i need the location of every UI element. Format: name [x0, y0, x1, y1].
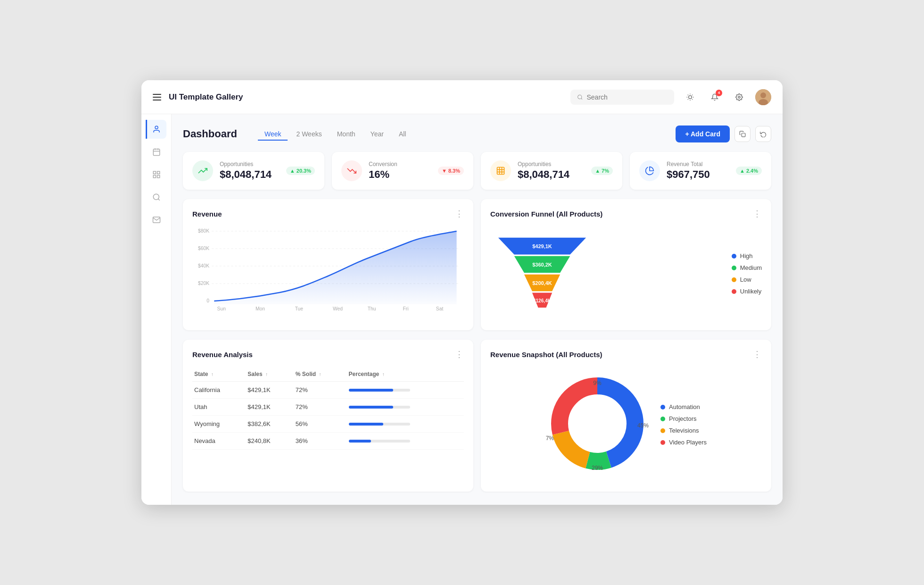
col-percentage[interactable]: Percentage ↑	[347, 367, 464, 382]
kpi-badge-opp2: ▲ 7%	[591, 167, 613, 175]
analysis-table: State ↑ Sales ↑ % Solid ↑ Percentage ↑ C…	[192, 367, 464, 450]
svg-text:$60K: $60K	[198, 246, 209, 251]
col-state[interactable]: State ↑	[192, 367, 246, 382]
svg-line-8	[688, 99, 688, 100]
sidebar	[141, 114, 172, 505]
svg-text:Thu: Thu	[368, 306, 376, 311]
analysis-header: Revenue Analysis ⋮	[192, 349, 464, 359]
funnel-chart-header: Conversion Funnel (All Products) ⋮	[490, 209, 762, 219]
legend-dot-televisions	[660, 428, 665, 433]
tab-week[interactable]: Week	[258, 127, 288, 141]
legend-dot-projectors	[660, 417, 665, 421]
hamburger-menu[interactable]	[153, 94, 161, 100]
tab-year[interactable]: Year	[364, 127, 390, 141]
cell-solid: 72%	[294, 399, 347, 416]
svg-rect-21	[157, 176, 159, 178]
content-area: Dashboard Week 2 Weeks Month Year All + …	[172, 114, 783, 505]
tab-2weeks[interactable]: 2 Weeks	[289, 127, 328, 141]
avatar[interactable]	[755, 89, 771, 105]
cell-solid: 36%	[294, 433, 347, 450]
charts-row: Revenue ⋮ $80K $60K $	[183, 199, 771, 330]
cell-sales: $240,8K	[246, 433, 294, 450]
settings-button[interactable]	[731, 89, 748, 106]
svg-point-58	[569, 395, 626, 452]
kpi-icon-opp2	[490, 160, 511, 181]
svg-point-23	[153, 194, 159, 200]
notification-badge: 4	[716, 90, 722, 96]
legend-label-medium: Medium	[740, 264, 762, 271]
svg-text:29%: 29%	[592, 465, 603, 471]
tab-month[interactable]: Month	[330, 127, 362, 141]
cell-sales: $382,6K	[246, 416, 294, 433]
cell-pct	[347, 416, 464, 433]
search-box[interactable]	[570, 90, 674, 105]
kpi-info-opp2: Opportunities $8,048,714	[518, 161, 585, 181]
kpi-icon-opportunities1	[192, 160, 213, 181]
progress-bar-bg	[349, 406, 410, 409]
refresh-button[interactable]	[755, 126, 771, 142]
progress-bar-fill	[349, 423, 383, 426]
donut-legend: Automation Projectors Televisions	[660, 403, 707, 446]
svg-rect-24	[742, 133, 745, 137]
sidebar-item-mail[interactable]	[147, 210, 166, 229]
svg-text:$429,1K: $429,1K	[532, 243, 552, 249]
copy-button[interactable]	[734, 126, 751, 142]
sidebar-item-chart[interactable]	[147, 165, 166, 184]
svg-point-0	[578, 95, 582, 99]
kpi-value-rev: $967,750	[667, 168, 729, 181]
svg-text:Sun: Sun	[217, 306, 226, 311]
brightness-button[interactable]	[682, 89, 699, 106]
svg-text:$20K: $20K	[198, 281, 209, 286]
progress-bar-bg	[349, 440, 410, 443]
progress-bar-bg	[349, 389, 410, 392]
svg-text:17%: 17%	[545, 435, 554, 442]
tab-all[interactable]: All	[392, 127, 413, 141]
revenue-more-button[interactable]: ⋮	[455, 209, 464, 219]
legend-high: High	[732, 252, 762, 259]
search-input[interactable]	[587, 93, 668, 101]
revenue-line-chart: $80K $60K $40K $20K 0	[192, 226, 464, 316]
add-card-button[interactable]: + Add Card	[676, 125, 730, 142]
svg-text:$80K: $80K	[198, 228, 209, 234]
notification-button[interactable]: 4	[706, 89, 723, 106]
sidebar-item-calendar[interactable]	[147, 142, 166, 161]
kpi-label-rev: Revenue Total	[667, 161, 729, 167]
progress-bar-bg	[349, 423, 410, 426]
legend-label-televisions: Televisions	[669, 427, 699, 434]
cell-pct	[347, 433, 464, 450]
svg-text:0: 0	[206, 298, 209, 303]
legend-dot-medium	[732, 266, 736, 270]
svg-rect-22	[153, 176, 156, 178]
funnel-more-button[interactable]: ⋮	[753, 209, 762, 219]
legend-low: Low	[732, 276, 762, 283]
cell-solid: 56%	[294, 416, 347, 433]
cell-sales: $429,1K	[246, 399, 294, 416]
kpi-card-opportunities2: Opportunities $8,048,714 ▲ 7%	[481, 152, 622, 190]
kpi-icon-revenue	[639, 160, 660, 181]
kpi-value-conv: 16%	[369, 168, 431, 181]
funnel-chart-title: Conversion Funnel (All Products)	[490, 210, 602, 218]
kpi-row: Opportunities $8,048,714 ▲ 20.3% Convers…	[183, 152, 771, 190]
cell-state: Utah	[192, 399, 246, 416]
col-sales[interactable]: Sales ↑	[246, 367, 294, 382]
col-solid[interactable]: % Solid ↑	[294, 367, 347, 382]
kpi-info-conv: Conversion 16%	[369, 161, 431, 181]
svg-rect-15	[153, 149, 160, 156]
svg-rect-25	[497, 167, 504, 175]
table-row: Wyoming $382,6K 56%	[192, 416, 464, 433]
snapshot-more-button[interactable]: ⋮	[753, 349, 762, 359]
svg-line-5	[692, 99, 693, 100]
legend-projectors: Projectors	[660, 415, 707, 422]
svg-text:Mon: Mon	[256, 306, 265, 311]
svg-text:45%: 45%	[637, 422, 649, 429]
sidebar-item-user[interactable]	[146, 120, 166, 139]
progress-bar-fill	[349, 406, 393, 409]
legend-medium: Medium	[732, 264, 762, 271]
legend-dot-videoplayers	[660, 440, 665, 445]
analysis-more-button[interactable]: ⋮	[455, 349, 464, 359]
svg-text:Tue: Tue	[295, 306, 304, 311]
progress-bar-fill	[349, 440, 371, 443]
svg-line-9	[692, 94, 693, 95]
sidebar-item-search[interactable]	[147, 188, 166, 207]
svg-text:Wed: Wed	[333, 306, 343, 311]
